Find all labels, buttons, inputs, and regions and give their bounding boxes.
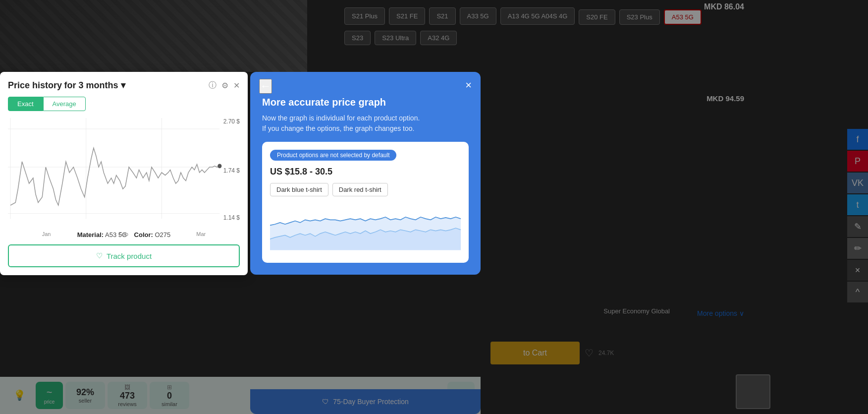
inner-card: Product options are not selected by defa… (262, 142, 469, 263)
panel-header: Price history for 3 months ▾ ⓘ ⚙ ✕ (8, 80, 240, 91)
chart-area: 2.70 $ 1.74 $ 1.14 $ Jan Feb Mar (8, 118, 240, 227)
track-label: Track product (107, 252, 152, 260)
track-product-button[interactable]: ♡ Track product (8, 244, 240, 267)
panel-title-area: Price history for 3 months ▾ (8, 80, 125, 91)
panel-icons: ⓘ ⚙ ✕ (209, 80, 240, 91)
chart-label-mid: 1.74 $ (223, 167, 240, 174)
chart-x-labels: Jan Feb Mar (8, 231, 240, 237)
option-tag-dark-red[interactable]: Dark red t-shirt (332, 183, 388, 196)
modal-close-button[interactable]: × (465, 79, 472, 92)
toggle-exact[interactable]: Exact (8, 97, 43, 111)
option-tags: Dark blue t-shirt Dark red t-shirt (270, 183, 461, 196)
chart-label-max: 2.70 $ (223, 118, 240, 125)
panel-title: Price history (8, 80, 62, 90)
settings-icon[interactable]: ⚙ (221, 81, 228, 90)
info-icon[interactable]: ⓘ (209, 80, 217, 91)
price-chart-svg (8, 118, 240, 227)
chart-x-jan: Jan (42, 231, 51, 237)
svg-point-6 (217, 164, 221, 168)
price-history-panel: Price history for 3 months ▾ ⓘ ⚙ ✕ Exact… (0, 72, 248, 275)
heart-icon: ♡ (96, 251, 103, 260)
chart-label-min: 1.14 $ (223, 214, 240, 221)
mini-chart-svg (270, 203, 461, 253)
months-tag[interactable]: for 3 months ▾ (64, 80, 125, 90)
modal-back-button[interactable]: ← (259, 79, 272, 94)
modal-description: Now the graph is individual for each pro… (262, 113, 469, 134)
chart-x-feb: Feb (119, 231, 128, 237)
close-panel-icon[interactable]: ✕ (233, 81, 240, 90)
toggle-group: Exact Average (8, 97, 240, 111)
modal-title: More accurate price graph (262, 97, 469, 108)
option-tag-dark-blue[interactable]: Dark blue t-shirt (270, 183, 328, 196)
toggle-average[interactable]: Average (43, 97, 86, 111)
info-modal: ← × More accurate price graph Now the gr… (250, 72, 481, 275)
options-badge: Product options are not selected by defa… (270, 150, 396, 161)
chart-x-mar: Mar (196, 231, 206, 237)
price-range: US $15.8 - 30.5 (270, 167, 461, 177)
